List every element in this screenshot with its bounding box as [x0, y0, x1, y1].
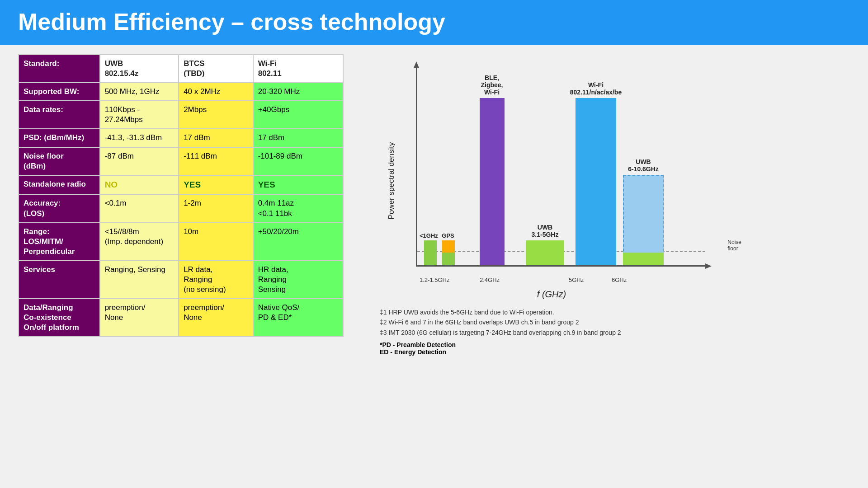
cell-uwb-services: Ranging, Sensing	[100, 261, 179, 299]
table-row: Range:LOS/MITM/Perpendicular <15//8/8m(I…	[19, 223, 343, 261]
cell-uwb-psd: -41.3, -31.3 dBm	[100, 129, 179, 147]
cell-wifi-standalone: YES	[253, 175, 343, 195]
y-axis-label: Power spectral density	[387, 142, 396, 219]
chart-plot-area: Noisefloor <1GHz GPS BLE,Zigbee,Wi-Fi UW…	[416, 68, 705, 267]
bar-uwb-6-noise	[623, 253, 664, 265]
chart-section: Power spectral density Noisefloor <1GHz …	[362, 54, 850, 479]
table-row: PSD: (dBm/MHz) -41.3, -31.3 dBm 17 dBm 1…	[19, 129, 343, 147]
cell-btcs-psd: 17 dBm	[179, 129, 253, 147]
col-header-wifi: Wi-Fi802.11	[253, 55, 343, 83]
cell-uwb-accuracy: <0.1m	[100, 194, 179, 222]
cell-wifi-datarates: +40Gbps	[253, 101, 343, 129]
col-header-standard: Standard:	[19, 55, 100, 83]
label-uwb-3-5ghz: UWB3.1-5GHz	[524, 224, 566, 238]
cell-btcs-noise: -111 dBm	[179, 147, 253, 175]
table-row: Noise floor(dBm) -87 dBm -111 dBm -101-8…	[19, 147, 343, 175]
cell-wifi-accuracy: 0.4m 11az<0.1 11bk	[253, 194, 343, 222]
noise-floor-label: Noisefloor	[727, 239, 741, 252]
table-row: Services Ranging, Sensing LR data,Rangin…	[19, 261, 343, 299]
ed-label: ED - Energy Detection	[380, 348, 850, 356]
cell-wifi-noise: -101-89 dBm	[253, 147, 343, 175]
cell-btcs-datarates: 2Mbps	[179, 101, 253, 129]
cell-uwb-datarates: 110Kbps -27.24Mbps	[100, 101, 179, 129]
cell-uwb-coexistence: preemption/None	[100, 299, 179, 337]
footnote-1: ‡1 HRP UWB avoids the 5-6GHz band due to…	[380, 307, 850, 317]
cell-btcs-bw: 40 x 2MHz	[179, 83, 253, 101]
bar-gps-noise	[442, 253, 455, 265]
cell-btcs-coexistence: preemption/None	[179, 299, 253, 337]
table-row: Data/RangingCo-existenceOn/off platform …	[19, 299, 343, 337]
label-uwb-6-10ghz: UWB6-10.6GHz	[618, 158, 668, 173]
bar-uwb-3-5ghz	[526, 240, 564, 265]
header: Medium Efficiency – cross technology	[0, 0, 868, 45]
cell-wifi-range: +50/20/20m	[253, 223, 343, 261]
row-label-range: Range:LOS/MITM/Perpendicular	[19, 223, 100, 261]
x-label-2.4: 2.4GHz	[480, 277, 500, 283]
bar-ble-zigbee-wifi	[480, 98, 505, 265]
row-label-psd: PSD: (dBm/MHz)	[19, 129, 100, 147]
comparison-table: Standard: UWB802.15.4z BTCS(TBD) Wi-Fi80…	[18, 54, 344, 337]
footnote-2: ‡2 Wi-Fi 6 and 7 in the 6GHz band overla…	[380, 317, 850, 327]
col-header-btcs: BTCS(TBD)	[179, 55, 253, 83]
cell-wifi-psd: 17 dBm	[253, 129, 343, 147]
cell-uwb-range: <15//8/8m(Imp. dependent)	[100, 223, 179, 261]
cell-btcs-services: LR data,Ranging(no sensing)	[179, 261, 253, 299]
cell-btcs-accuracy: 1-2m	[179, 194, 253, 222]
comparison-table-section: Standard: UWB802.15.4z BTCS(TBD) Wi-Fi80…	[18, 54, 344, 479]
footnote-3: ‡3 IMT 2030 (6G cellular) is targeting 7…	[380, 328, 850, 338]
label-sub1ghz: <1GHz	[420, 232, 438, 239]
row-label-noise: Noise floor(dBm)	[19, 147, 100, 175]
cell-btcs-range: 10m	[179, 223, 253, 261]
table-row: Data rates: 110Kbps -27.24Mbps 2Mbps +40…	[19, 101, 343, 129]
bar-uwb-6-10ghz	[623, 175, 664, 265]
row-label-datarates: Data rates:	[19, 101, 100, 129]
footnotes: ‡1 HRP UWB avoids the 5-6GHz band due to…	[380, 307, 850, 338]
page-title: Medium Efficiency – cross technology	[18, 8, 850, 35]
cell-wifi-coexistence: Native QoS/PD & ED*	[253, 299, 343, 337]
cell-uwb-bw: 500 MHz, 1GHz	[100, 83, 179, 101]
row-label-standalone: Standalone radio	[19, 175, 100, 195]
label-ble-zigbee-wifi: BLE,Zigbee,Wi-Fi	[472, 74, 512, 96]
row-label-bw: Supported BW:	[19, 83, 100, 101]
label-wifi-802: Wi-Fi802.11/n/ac/ax/be	[566, 81, 625, 96]
cell-wifi-services: HR data,RangingSensing	[253, 261, 343, 299]
pd-ed-legend: *PD - Preamble Detection ED - Energy Det…	[380, 341, 850, 356]
cell-uwb-noise: -87 dBm	[100, 147, 179, 175]
content-area: Standard: UWB802.15.4z BTCS(TBD) Wi-Fi80…	[0, 45, 868, 488]
pd-label: *PD - Preamble Detection	[380, 341, 850, 348]
label-gps: GPS	[439, 232, 457, 239]
x-label-1.2-1.5: 1.2-1.5GHz	[420, 277, 449, 283]
table-row: Accuracy:(LOS) <0.1m 1-2m 0.4m 11az<0.1 …	[19, 194, 343, 222]
x-label-5: 5GHz	[569, 277, 584, 283]
x-label-6: 6GHz	[612, 277, 627, 283]
x-axis-title: f (GHz)	[416, 289, 687, 300]
row-label-coexistence: Data/RangingCo-existenceOn/off platform	[19, 299, 100, 337]
row-label-accuracy: Accuracy:(LOS)	[19, 194, 100, 222]
table-header-row: Standard: UWB802.15.4z BTCS(TBD) Wi-Fi80…	[19, 55, 343, 83]
cell-wifi-bw: 20-320 MHz	[253, 83, 343, 101]
col-header-uwb: UWB802.15.4z	[100, 55, 179, 83]
bar-sub1ghz	[424, 240, 437, 265]
cell-btcs-standalone: YES	[179, 175, 253, 195]
table-row: Standalone radio NO YES YES	[19, 175, 343, 195]
table-row: Supported BW: 500 MHz, 1GHz 40 x 2MHz 20…	[19, 83, 343, 101]
bar-wifi-5ghz	[576, 98, 616, 265]
spectrum-chart: Power spectral density Noisefloor <1GHz …	[380, 63, 687, 298]
cell-uwb-standalone: NO	[100, 175, 179, 195]
row-label-services: Services	[19, 261, 100, 299]
